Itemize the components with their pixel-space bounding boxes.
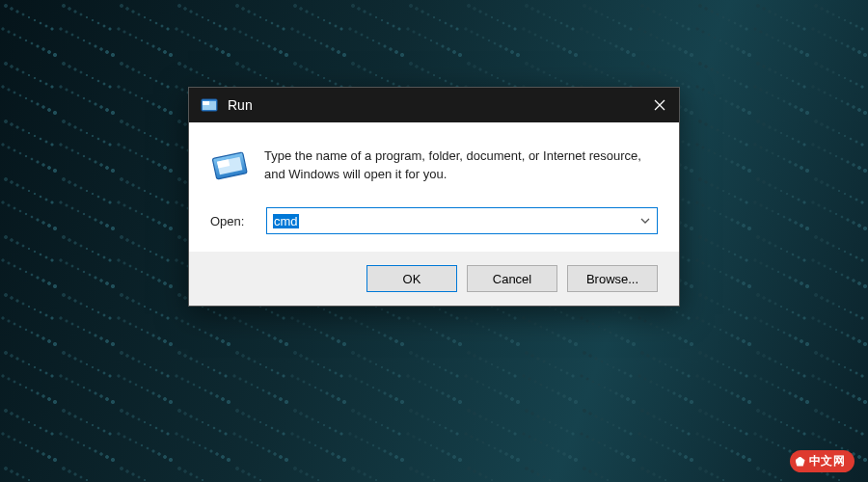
open-input-value: cmd <box>273 214 299 228</box>
combobox-dropdown-button[interactable] <box>634 208 657 233</box>
dialog-footer: OK Cancel Browse... <box>189 252 679 306</box>
close-button[interactable] <box>640 88 679 122</box>
run-titlebar-icon <box>201 96 218 114</box>
cancel-button[interactable]: Cancel <box>467 265 557 292</box>
run-dialog: Run <box>188 87 680 307</box>
open-input[interactable]: cmd <box>266 207 658 234</box>
dialog-body: Type the name of a program, folder, docu… <box>189 122 679 252</box>
open-row: Open: cmd <box>210 207 658 234</box>
close-icon <box>654 99 665 111</box>
svg-rect-2 <box>203 101 209 105</box>
info-row: Type the name of a program, folder, docu… <box>210 146 658 184</box>
titlebar[interactable]: Run <box>189 88 679 122</box>
open-label: Open: <box>210 214 253 228</box>
ok-button[interactable]: OK <box>366 265 457 292</box>
watermark-badge: 中文网 <box>790 450 855 472</box>
dialog-title: Run <box>228 97 640 113</box>
browse-button[interactable]: Browse... <box>567 265 658 292</box>
run-program-icon <box>210 146 249 184</box>
open-combobox[interactable]: cmd <box>266 207 658 234</box>
watermark-text: 中文网 <box>809 454 846 468</box>
chevron-down-icon <box>640 218 650 224</box>
dialog-description: Type the name of a program, folder, docu… <box>264 146 658 184</box>
